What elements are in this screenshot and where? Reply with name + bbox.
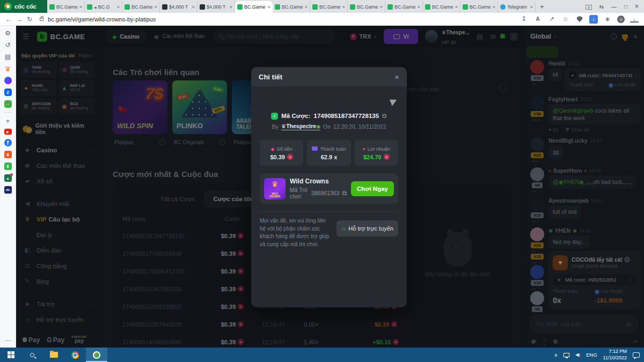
browser-tab[interactable]: ◀ BC.G ×: [85, 1, 122, 13]
toolbar-icon[interactable]: [547, 15, 556, 24]
volume-icon[interactable]: ◀): [575, 352, 580, 357]
tab-close-icon[interactable]: ×: [342, 4, 345, 10]
toolbar-icon[interactable]: [617, 16, 625, 23]
browser-tab[interactable]: ◀ BC.Game ×: [460, 1, 498, 13]
sidebar-strip-icon[interactable]: [4, 88, 12, 96]
stat-icon: [270, 146, 274, 152]
sidebar-strip-icon[interactable]: [4, 77, 12, 84]
play-now-button[interactable]: Chơi Ngay: [351, 181, 394, 196]
tab-close-icon[interactable]: ×: [418, 4, 420, 10]
toolbar-icon[interactable]: [630, 16, 639, 23]
tab-title: BC.G: [98, 4, 115, 10]
tab-close-icon[interactable]: ×: [493, 4, 495, 10]
tab-close-icon[interactable]: ×: [192, 4, 195, 10]
coccoc-brand[interactable]: cốc cốc: [0, 0, 47, 13]
file-explorer-icon[interactable]: [43, 348, 64, 362]
sidebar-strip-icon[interactable]: [4, 129, 12, 135]
lock-icon[interactable]: [40, 18, 43, 21]
window-control-icon[interactable]: [586, 4, 591, 10]
tab-favicon: [275, 4, 280, 10]
live-support-button[interactable]: ∩ Hỗ trợ trực tuyến: [336, 220, 398, 237]
browser-tab[interactable]: ◀ BC.Game ×: [122, 1, 160, 13]
browser-tab[interactable]: ◀ BC.Game ×: [423, 1, 460, 13]
copy-icon[interactable]: ⧉: [342, 189, 347, 197]
sidebar-strip-icon[interactable]: [4, 117, 12, 124]
sidebar-strip-icon[interactable]: [4, 337, 12, 344]
browser-tab[interactable]: ◀ BC.Game ×: [348, 1, 385, 13]
sidebar-strip-icon[interactable]: [4, 151, 12, 158]
bet-id: 1749085187347728135: [314, 113, 379, 119]
toolbar-icon[interactable]: [519, 15, 528, 24]
game-thumbnail[interactable]: ♛ WILDCROWNS: [264, 178, 286, 200]
tab-close-icon[interactable]: ×: [230, 4, 232, 10]
tab-close-icon[interactable]: ×: [79, 4, 82, 10]
start-button[interactable]: [0, 348, 21, 362]
sidebar-strip-icon[interactable]: [4, 41, 12, 49]
clock[interactable]: 7:12 PM11/10/2022: [603, 349, 627, 361]
trx-coin-icon: ▼: [384, 154, 390, 160]
tab-close-icon[interactable]: ×: [305, 4, 308, 10]
close-icon[interactable]: ×: [394, 72, 399, 82]
action-center-icon[interactable]: [633, 352, 640, 358]
browser-tab[interactable]: ◀ BC.Game ×: [47, 1, 85, 13]
browser-tab[interactable]: ◀ $4,000 T ×: [197, 1, 235, 13]
trx-coin-icon: ▼: [287, 154, 293, 160]
sidebar-strip-icon[interactable]: [4, 29, 12, 37]
forward-icon[interactable]: →: [16, 16, 23, 23]
tab-close-icon[interactable]: ×: [530, 4, 533, 10]
tab-title: BC.Game: [131, 4, 153, 10]
hidden-icons-chevron[interactable]: ∧: [554, 352, 558, 358]
sidebar-strip-icon[interactable]: [4, 100, 12, 108]
sidebar-strip-icon[interactable]: [4, 186, 12, 194]
network-icon[interactable]: [564, 353, 569, 357]
toolbar-icon[interactable]: [575, 15, 584, 24]
share-icon[interactable]: [390, 97, 398, 106]
tab-speaker-icon[interactable]: ◀: [94, 5, 97, 9]
toolbar-icon[interactable]: [603, 15, 612, 24]
tab-close-icon[interactable]: ×: [455, 4, 458, 10]
sidebar-strip-icon[interactable]: [4, 112, 12, 113]
coccoc-taskbar-icon[interactable]: [86, 348, 107, 362]
coccoc-brand-label: cốc cốc: [14, 3, 36, 10]
chrome-icon[interactable]: [64, 348, 86, 362]
browser-tab[interactable]: ◀ BC.Game ×: [385, 1, 423, 13]
webpage: ☰ b BC.GAME ◆ Casino ◉ Các môn thể thao …: [16, 26, 644, 348]
refresh-icon[interactable]: ↻: [27, 16, 32, 23]
sidebar-strip-icon[interactable]: [4, 53, 12, 61]
sidebar-strip-icon[interactable]: [4, 174, 12, 182]
sidebar-strip-icon[interactable]: [4, 198, 12, 321]
browser-tab[interactable]: ◀ BC.Game ×: [273, 1, 310, 13]
window-control-icon[interactable]: [611, 4, 617, 10]
modal-title: Chi tiết: [259, 73, 282, 81]
tab-close-icon[interactable]: ×: [268, 4, 270, 10]
window-control-icon[interactable]: [635, 3, 639, 10]
sidebar-strip-icon[interactable]: [4, 325, 12, 333]
tab-close-icon[interactable]: ×: [117, 4, 120, 10]
toolbar-icon[interactable]: [561, 15, 570, 24]
tab-close-icon[interactable]: ×: [155, 4, 157, 10]
support-note: Mọi vấn đề, xin vui lòng liên hệ với bộ …: [260, 217, 331, 248]
taskbar-search-icon[interactable]: [21, 348, 43, 362]
copy-icon[interactable]: ⧉: [382, 112, 387, 120]
browser-tab[interactable]: ◀ Telegram ×: [498, 1, 536, 13]
tab-title: BC.Game: [432, 4, 453, 10]
new-tab-button[interactable]: +: [536, 3, 548, 11]
screen: cốc cốc ◀ BC.Game × ◀ BC.G × ◀ BC.Game: [0, 0, 644, 362]
url-text[interactable]: bc.game/vi/game/wild-crowns-by-platipus: [48, 16, 156, 23]
toolbar-icon[interactable]: [589, 15, 598, 24]
back-icon[interactable]: ←: [5, 16, 12, 23]
browser-tab[interactable]: ◀ $4,000 T ×: [160, 1, 197, 13]
window-control-icon[interactable]: [624, 4, 627, 10]
language-indicator[interactable]: ENG: [586, 352, 597, 358]
browser-tab[interactable]: ◀ BC.Game ×: [235, 1, 273, 13]
sidebar-strip-icon[interactable]: [4, 65, 12, 72]
tab-close-icon[interactable]: ×: [380, 4, 383, 10]
browser-tab[interactable]: ◀ BC.Game ×: [310, 1, 348, 13]
sidebar-strip-icon[interactable]: [4, 139, 12, 146]
sidebar-strip-icon[interactable]: [4, 162, 12, 170]
window-control-icon[interactable]: [599, 4, 604, 10]
game-info-card: ♛ WILDCROWNS Wild Crowns Mã Trò chơi: 38…: [260, 173, 398, 204]
bet-author-row: By ♛Thespectre◉ On 12:20:20, 10/11/2022: [251, 123, 407, 130]
bet-author[interactable]: ♛Thespectre◉: [281, 123, 320, 130]
toolbar-icon[interactable]: [533, 15, 542, 24]
